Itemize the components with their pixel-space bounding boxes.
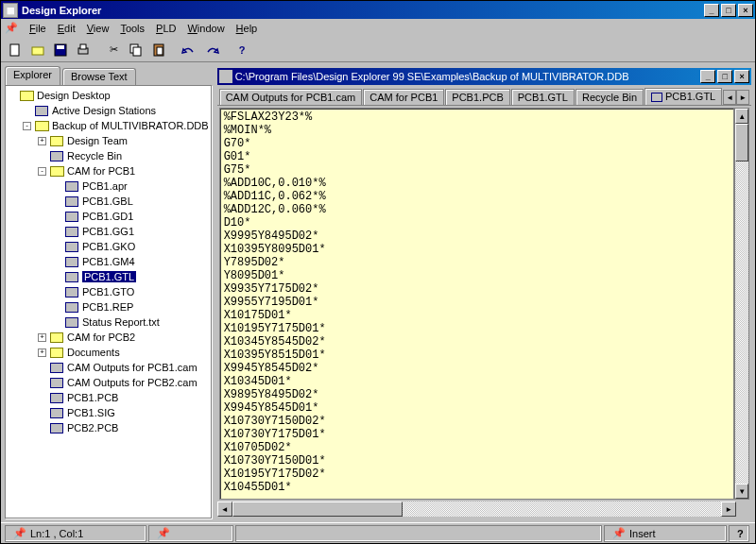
tree-item[interactable]: Status Report.txt <box>8 314 209 330</box>
collapse-icon[interactable]: - <box>23 122 31 130</box>
redo-button[interactable] <box>201 40 222 60</box>
tree-item[interactable]: +CAM for PCB2 <box>8 330 209 345</box>
menu-pld[interactable]: PLD <box>150 21 181 36</box>
tab-browse-text[interactable]: Browse Text <box>62 68 136 85</box>
pcbic-icon <box>49 406 64 419</box>
pcbic-icon <box>64 225 79 238</box>
pcbic-icon <box>49 361 64 374</box>
minimize-button[interactable]: _ <box>704 4 719 17</box>
pcbic-icon <box>64 315 79 329</box>
tree-item[interactable]: +Design Team <box>8 133 209 148</box>
menubar: 📌 FileEditViewToolsPLDWindowHelp <box>1 19 755 38</box>
menu-tools[interactable]: Tools <box>114 21 150 36</box>
titlebar[interactable]: ▦ Design Explorer _ □ × <box>1 1 755 19</box>
explorer-panel: Explorer Browse Text Design DesktopActiv… <box>5 66 212 518</box>
tree-item[interactable]: PCB1.apr <box>8 178 209 194</box>
document-titlebar[interactable]: C:\Program Files\Design Explorer 99 SE\E… <box>217 68 752 85</box>
doc-tab[interactable]: PCB1.GTL <box>511 89 575 105</box>
tree-item[interactable]: Design Desktop <box>8 88 209 103</box>
vertical-scrollbar[interactable]: ▲ ▼ <box>734 108 749 500</box>
tree-item[interactable]: CAM Outputs for PCB2.cam <box>8 375 209 390</box>
folder-icon <box>49 331 64 344</box>
expand-icon[interactable]: + <box>38 348 46 357</box>
tree-item[interactable]: Recycle Bin <box>8 148 209 163</box>
doc-minimize-button[interactable]: _ <box>700 70 715 83</box>
menu-file[interactable]: File <box>24 21 52 36</box>
cut-button[interactable]: ✂ <box>103 40 124 60</box>
pin-icon[interactable]: 📌 <box>5 22 18 35</box>
folder-icon <box>49 346 64 359</box>
doc-tab-icon <box>651 93 662 102</box>
pcbic-icon <box>64 255 79 268</box>
tree-item[interactable]: -CAM for PCB1 <box>8 163 209 178</box>
open-button[interactable] <box>27 40 48 60</box>
tree-item[interactable]: PCB1.GM4 <box>8 254 209 269</box>
print-button[interactable] <box>73 40 94 60</box>
insert-mode: Insert <box>629 528 656 539</box>
tree-item[interactable]: PCB1.GTL <box>8 269 209 284</box>
pcbic-icon <box>64 285 79 298</box>
tree-item[interactable]: PCB1.GD1 <box>8 209 209 224</box>
doc-tab[interactable]: PCB1.PCB <box>445 89 509 105</box>
doc-tab[interactable]: Recycle Bin <box>576 89 644 105</box>
document-area: C:\Program Files\Design Explorer 99 SE\E… <box>215 66 754 518</box>
tree-item[interactable]: PCB1.GTO <box>8 284 209 299</box>
scroll-left-button[interactable]: ◄ <box>217 502 232 517</box>
svg-rect-0 <box>10 44 19 56</box>
help-status-button[interactable]: ? <box>729 525 749 542</box>
pin-icon: 📌 <box>13 527 26 539</box>
tree-item[interactable]: PCB2.PCB <box>8 420 209 435</box>
folder-icon <box>49 134 64 147</box>
tree-item[interactable]: PCB1.GBL <box>8 194 209 209</box>
doc-close-button[interactable]: × <box>734 70 749 83</box>
menu-help[interactable]: Help <box>231 21 264 36</box>
new-button[interactable] <box>5 40 26 60</box>
pcbic-icon <box>64 179 79 193</box>
menu-window[interactable]: Window <box>181 21 230 36</box>
maximize-button[interactable]: □ <box>721 4 736 17</box>
scroll-down-button[interactable]: ▼ <box>735 484 748 499</box>
collapse-icon[interactable]: - <box>38 167 46 176</box>
statusbar: 📌Ln:1 , Col:1 📌 📌Insert ? <box>1 522 755 543</box>
pcbic-icon <box>49 391 64 404</box>
scroll-thumb[interactable] <box>735 124 748 162</box>
scroll-right-button[interactable]: ► <box>721 502 736 517</box>
expand-icon[interactable]: + <box>38 333 46 342</box>
doc-maximize-button[interactable]: □ <box>717 70 732 83</box>
tree-item[interactable]: PCB1.GKO <box>8 239 209 254</box>
doc-tab[interactable]: CAM Outputs for PCB1.cam <box>219 89 363 105</box>
tab-scroll-right[interactable]: ► <box>736 90 749 105</box>
tree-item[interactable]: CAM Outputs for PCB1.cam <box>8 360 209 375</box>
paste-button[interactable] <box>148 40 169 60</box>
tree-item[interactable]: PCB1.GG1 <box>8 224 209 239</box>
pin-icon: 📌 <box>612 527 626 539</box>
doc-tab[interactable]: PCB1.GTL <box>644 88 722 105</box>
pcbic-icon <box>49 376 64 389</box>
close-button[interactable]: × <box>738 4 753 17</box>
pin-icon: 📌 <box>157 527 170 539</box>
tree-item[interactable]: Active Design Stations <box>8 103 209 118</box>
tree-view[interactable]: Design DesktopActive Design Stations-Bac… <box>5 85 212 518</box>
doc-tab[interactable]: CAM for PCB1 <box>363 89 444 105</box>
toolbar: ✂ ? <box>1 38 755 62</box>
tree-item[interactable]: PCB1.REP <box>8 299 209 314</box>
tab-scroll-left[interactable]: ◄ <box>723 90 736 105</box>
ofolder-icon <box>49 164 64 178</box>
tree-item[interactable]: PCB1.PCB <box>8 390 209 405</box>
help-button[interactable]: ? <box>232 40 252 60</box>
save-button[interactable] <box>50 40 71 60</box>
tree-item[interactable]: PCB1.SIG <box>8 405 209 420</box>
copy-button[interactable] <box>126 40 146 60</box>
tree-item[interactable]: -Backup of MULTIVIBRATOR.DDB <box>8 118 209 133</box>
text-editor[interactable]: %FSLAX23Y23*% %MOIN*% G70* G01* G75* %AD… <box>219 108 735 500</box>
hscroll-thumb[interactable] <box>232 502 403 517</box>
expand-icon[interactable]: + <box>38 137 46 145</box>
horizontal-scrollbar[interactable]: ◄ ► <box>217 502 752 517</box>
tab-explorer[interactable]: Explorer <box>5 66 60 85</box>
menu-view[interactable]: View <box>81 21 115 36</box>
pcbic-icon <box>64 240 79 253</box>
undo-button[interactable] <box>179 40 199 60</box>
menu-edit[interactable]: Edit <box>52 21 81 36</box>
scroll-up-button[interactable]: ▲ <box>735 109 748 124</box>
tree-item[interactable]: +Documents <box>8 345 209 360</box>
